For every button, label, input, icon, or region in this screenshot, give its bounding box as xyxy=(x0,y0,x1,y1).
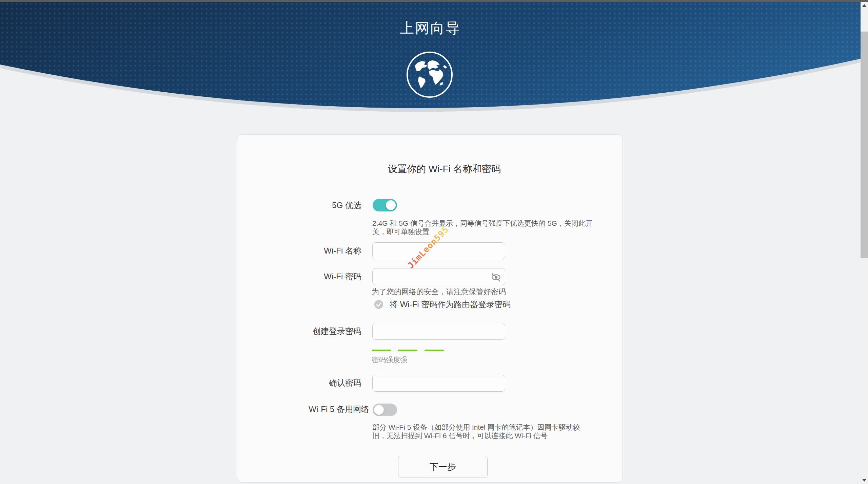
page-scrollbar[interactable] xyxy=(861,2,868,484)
wifi-password-input[interactable] xyxy=(372,268,505,285)
5g-preferred-label: 5G 优选 xyxy=(237,201,361,210)
strength-bar xyxy=(425,350,444,351)
strength-bar xyxy=(398,350,417,351)
use-wifi-password-checkbox[interactable] xyxy=(374,300,383,309)
wifi-name-input[interactable] xyxy=(372,242,505,259)
login-password-label: 创建登录密码 xyxy=(237,327,361,336)
wifi-password-label: Wi-Fi 密码 xyxy=(237,272,361,281)
page-title: 上网向导 xyxy=(0,19,861,38)
toggle-knob xyxy=(386,200,396,210)
scrollbar-up-button[interactable] xyxy=(861,2,868,9)
password-safety-note: 为了您的网络的安全，请注意保管好密码 xyxy=(372,287,506,297)
next-button[interactable]: 下一步 xyxy=(398,456,488,478)
wifi5-backup-label: Wi-Fi 5 备用网络 xyxy=(237,405,369,414)
card-title: 设置你的 Wi-Fi 名称和密码 xyxy=(388,163,501,175)
setup-card: 设置你的 Wi-Fi 名称和密码 5G 优选 2.4G 和 5G 信号合并显示，… xyxy=(237,134,623,483)
down-arrow-icon xyxy=(862,479,866,482)
window-top-border xyxy=(0,0,868,2)
5g-preferred-description: 2.4G 和 5G 信号合并显示，同等信号强度下优选更快的 5G，关闭此开 关，… xyxy=(372,219,593,236)
confirm-password-label: 确认密码 xyxy=(237,378,361,388)
wifi5-backup-description: 部分 Wi-Fi 5 设备（如部分使用 Intel 网卡的笔记本）因网卡驱动较 … xyxy=(372,423,580,440)
scrollbar-down-button[interactable] xyxy=(861,477,868,484)
5g-preferred-toggle[interactable] xyxy=(373,199,397,211)
confirm-password-input[interactable] xyxy=(372,375,505,392)
use-wifi-password-label: 将 Wi-Fi 密码作为路由器登录密码 xyxy=(390,299,511,310)
login-password-input[interactable] xyxy=(372,323,505,340)
password-strength-text: 密码强度强 xyxy=(372,355,407,365)
globe-icon xyxy=(405,50,454,99)
wifi-password-field-wrap xyxy=(372,268,505,285)
toggle-knob xyxy=(374,405,384,415)
scrollbar-thumb[interactable] xyxy=(861,32,868,258)
password-strength-bars xyxy=(372,350,473,351)
strength-bar xyxy=(372,350,391,351)
wifi5-backup-toggle[interactable] xyxy=(373,404,397,416)
up-arrow-icon xyxy=(862,4,866,7)
check-icon xyxy=(374,300,383,309)
eye-off-icon[interactable] xyxy=(490,271,502,283)
wifi-name-label: Wi-Fi 名称 xyxy=(237,246,361,256)
